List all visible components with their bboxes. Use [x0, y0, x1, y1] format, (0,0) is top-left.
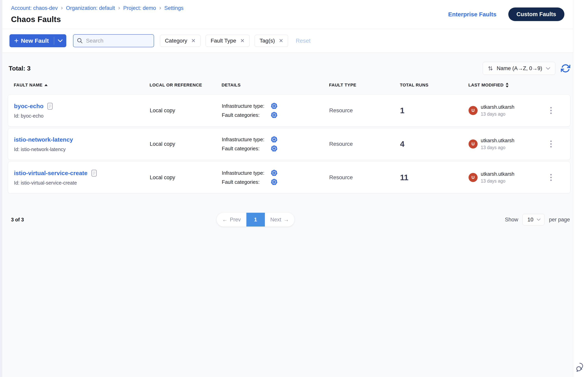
next-label: Next — [270, 217, 282, 223]
row-actions-cell — [545, 162, 570, 193]
custom-faults-button[interactable]: Custom Faults — [508, 8, 564, 21]
close-icon[interactable]: ✕ — [191, 38, 196, 44]
page-1-button[interactable]: 1 — [246, 213, 265, 226]
modified-time: 13 days ago — [481, 111, 514, 117]
last-modified-cell: U utkarsh.utkarsh 13 days ago — [469, 128, 545, 160]
refresh-icon — [561, 64, 570, 73]
copy-icon[interactable] — [91, 169, 97, 177]
close-icon[interactable]: ✕ — [279, 38, 283, 44]
total-runs-value: 4 — [400, 140, 404, 149]
kubernetes-icon — [271, 102, 278, 109]
column-label: FAULT NAME — [14, 82, 43, 88]
column-total-runs: TOTAL RUNS — [400, 82, 468, 88]
kubernetes-icon — [271, 145, 278, 152]
filter-chip-category[interactable]: Category ✕ — [160, 35, 201, 47]
column-fault-name[interactable]: FAULT NAME — [8, 82, 149, 88]
filter-chip-label: Tag(s) — [260, 38, 275, 44]
column-details: DETAILS — [222, 82, 329, 88]
last-modified-cell: U utkarsh.utkarsh 13 days ago — [469, 95, 545, 126]
table-header: FAULT NAME LOCAL OR REFERENCE DETAILS FA… — [8, 81, 570, 89]
column-fault-type: FAULT TYPE — [329, 82, 400, 88]
pager: ← Prev 1 Next → — [217, 213, 294, 226]
column-label: FAULT TYPE — [329, 82, 356, 88]
vertical-dots-icon — [550, 107, 552, 114]
fault-rows: byoc-echo Id: byoc-echo Local copy Infra… — [8, 94, 570, 193]
breadcrumb-account[interactable]: Account: chaos-dev — [11, 5, 58, 11]
filter-chip-fault-type[interactable]: Fault Type ✕ — [206, 35, 249, 47]
page-size-group: Show 10 per page — [505, 214, 570, 225]
infrastructure-type-label: Infrastructure type: — [222, 103, 271, 109]
column-label: TOTAL RUNS — [400, 82, 429, 88]
fault-name-link[interactable]: istio-network-latency — [14, 136, 73, 143]
local-or-reference-value: Local copy — [150, 175, 175, 181]
row-menu-button[interactable] — [549, 139, 553, 149]
content-area: Total: 3 Name (A→Z, 0→9) FAULT NAME — [2, 53, 573, 377]
avatar: U — [469, 140, 478, 149]
breadcrumb-separator: › — [159, 5, 161, 12]
breadcrumb-separator: › — [61, 5, 63, 12]
fault-name-link[interactable]: istio-virtual-service-create — [14, 170, 88, 177]
total-runs-value: 1 — [400, 106, 404, 115]
local-or-reference-value: Local copy — [150, 107, 175, 114]
modified-time: 13 days ago — [481, 178, 514, 184]
fault-type-cell: Resource — [329, 162, 400, 193]
fault-id: Id: istio-network-latency — [14, 147, 66, 152]
row-menu-button[interactable] — [549, 173, 553, 182]
kubernetes-icon — [271, 111, 278, 118]
filter-chip-tags[interactable]: Tag(s) ✕ — [255, 35, 288, 47]
fault-id: Id: byoc-echo — [14, 113, 44, 119]
table-row: byoc-echo Id: byoc-echo Local copy Infra… — [8, 94, 570, 127]
column-label: LAST MODIFIED — [468, 82, 504, 88]
refresh-button[interactable] — [561, 64, 570, 73]
vertical-dots-icon — [550, 174, 552, 181]
filter-chip-label: Fault Type — [211, 38, 236, 44]
reset-filters-button[interactable]: Reset — [295, 38, 311, 44]
search-input[interactable] — [73, 34, 154, 47]
row-menu-button[interactable] — [549, 106, 553, 115]
sort-arrows-icon — [488, 65, 493, 71]
new-fault-caret-button[interactable] — [54, 34, 66, 47]
fault-name-link[interactable]: byoc-echo — [14, 103, 44, 109]
main-area: Account: chaos-dev › Organization: defau… — [2, 0, 573, 377]
vertical-dots-icon — [550, 140, 552, 148]
user-name: utkarsh.utkarsh — [481, 104, 514, 110]
new-fault-button[interactable]: + New Fault — [10, 34, 66, 47]
pagination-row: 3 of 3 ← Prev 1 Next → Show 10 — [8, 213, 570, 226]
column-last-modified[interactable]: LAST MODIFIED — [468, 82, 545, 88]
local-or-reference-cell: Local copy — [150, 95, 222, 126]
breadcrumb-organization[interactable]: Organization: default — [66, 5, 115, 11]
fault-categories-label: Fault categories: — [222, 179, 271, 185]
breadcrumb-separator: › — [118, 5, 120, 12]
page-size-select[interactable]: 10 — [522, 214, 544, 225]
fault-name-cell: istio-network-latency Id: istio-network-… — [8, 128, 150, 160]
per-page-label: per page — [549, 217, 570, 223]
details-cell: Infrastructure type: Fault categories: — [222, 95, 329, 126]
header-actions: Enterprise Faults Custom Faults — [448, 8, 564, 21]
fault-categories-label: Fault categories: — [222, 146, 271, 152]
enterprise-faults-link[interactable]: Enterprise Faults — [448, 11, 497, 18]
arrow-left-icon: ← — [222, 217, 227, 223]
sort-dropdown[interactable]: Name (A→Z, 0→9) — [483, 62, 555, 75]
prev-page-button[interactable]: ← Prev — [217, 213, 246, 226]
toolbar: + New Fault Category ✕ — [2, 29, 573, 53]
column-label: LOCAL OR REFERENCE — [149, 82, 202, 88]
column-label: DETAILS — [222, 82, 241, 88]
help-chat-icon[interactable] — [576, 362, 586, 373]
total-runs-cell: 1 — [400, 95, 469, 126]
copy-icon[interactable] — [47, 102, 53, 110]
breadcrumb-project[interactable]: Project: demo — [123, 5, 156, 11]
total-runs-cell: 4 — [400, 128, 469, 160]
total-runs-value: 11 — [400, 173, 408, 182]
next-page-button[interactable]: Next → — [265, 213, 294, 226]
right-utility-panel — [573, 0, 588, 377]
close-icon[interactable]: ✕ — [240, 38, 245, 44]
infrastructure-type-label: Infrastructure type: — [222, 170, 271, 176]
search-box — [73, 34, 154, 47]
arrow-right-icon: → — [283, 217, 289, 223]
details-cell: Infrastructure type: Fault categories: — [222, 162, 329, 193]
sort-group: Name (A→Z, 0→9) — [483, 62, 570, 75]
user-name: utkarsh.utkarsh — [481, 138, 514, 143]
filter-chips: Category ✕ Fault Type ✕ Tag(s) ✕ — [160, 35, 288, 47]
prev-label: Prev — [230, 217, 241, 223]
breadcrumb-settings[interactable]: Settings — [164, 5, 184, 11]
